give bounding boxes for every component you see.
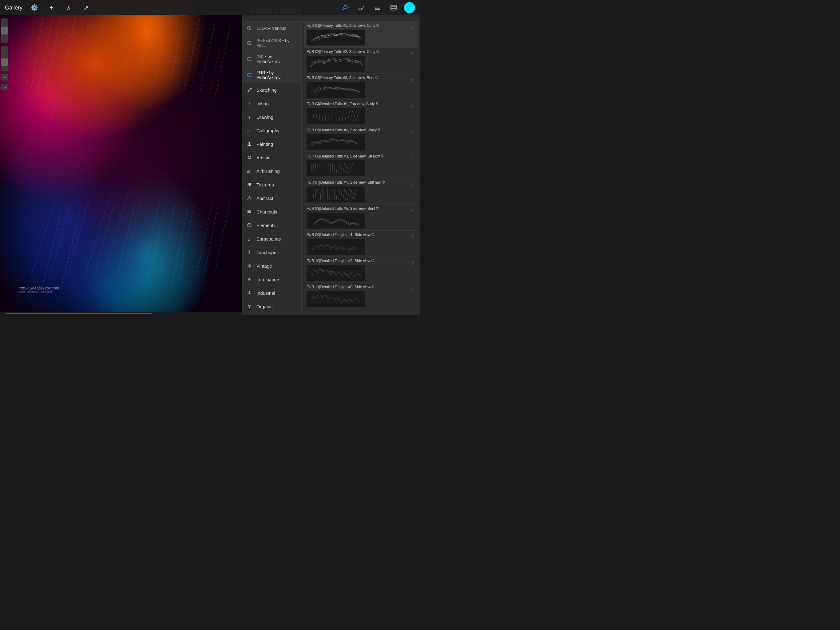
svg-point-64 — [248, 170, 249, 171]
brush-item-6[interactable]: FUR 06|Detailed Tufts #3, Side view, Str… — [304, 152, 418, 179]
category-icon-airbrushing — [246, 168, 253, 174]
category-icon-artistic — [246, 154, 253, 161]
category-airbrushing[interactable]: Airbrushing — [242, 164, 301, 178]
brush-edit-icon-7[interactable] — [409, 182, 415, 187]
brush-name-3: FUR 03|Primary Tufts #3, Side view, Bent… — [306, 76, 407, 80]
category-inking[interactable]: Inking — [242, 97, 301, 110]
svg-rect-79 — [248, 239, 250, 241]
category-calligraphy[interactable]: a Calligraphy — [242, 123, 301, 137]
canvas-area[interactable]: ↩ ↪ http://EldarZakirov.com Artist • Ill… — [0, 0, 243, 315]
category-luminance[interactable]: Luminance — [242, 272, 301, 286]
svg-line-19 — [25, 19, 34, 98]
svg-line-36 — [49, 203, 71, 280]
category-vintage[interactable]: Vintage — [242, 259, 301, 272]
category-eldar-various[interactable]: ELDAR Various — [242, 22, 301, 35]
svg-rect-145 — [306, 212, 365, 229]
svg-line-39 — [104, 191, 129, 268]
category-water[interactable]: Water — [242, 313, 301, 315]
brush-edit-icon-8[interactable] — [409, 207, 415, 213]
send-icon[interactable]: ↗ — [80, 2, 91, 13]
layers-tool-icon[interactable] — [388, 2, 399, 13]
category-icon-charcoals — [246, 208, 253, 215]
svg-line-29 — [46, 95, 58, 144]
category-spraypaints[interactable]: Spraypaints — [242, 232, 301, 245]
brush-name-10: FUR 10|Detailed Tangles #2, Side view © — [306, 259, 407, 263]
svg-point-70 — [250, 184, 251, 185]
svg-point-58 — [248, 157, 249, 157]
svg-rect-146 — [306, 239, 365, 255]
category-painting[interactable]: Painting — [242, 137, 301, 151]
category-sketching[interactable]: Sketching — [242, 83, 301, 97]
brush-item-8[interactable]: FUR 08|Detailed Tufts #5, Side view, Ben… — [304, 204, 418, 231]
category-artistic[interactable]: Artistic — [242, 151, 301, 164]
svg-line-20 — [52, 17, 68, 92]
category-icon-inking — [246, 100, 253, 107]
pen-tool-icon[interactable] — [340, 2, 351, 13]
brush-edit-icon-4[interactable] — [409, 103, 415, 109]
category-label-sketching: Sketching — [256, 87, 277, 93]
size-slider[interactable] — [1, 19, 8, 43]
category-elements[interactable]: Elements — [242, 218, 301, 232]
brush-edit-icon-2[interactable] — [409, 51, 415, 56]
brush-item-7[interactable]: FUR 07|Detailed Tufts #4, Side view, Sti… — [304, 179, 418, 204]
brush-item-9[interactable]: FUR 09|Detailed Tangles #1, Side view © — [304, 231, 418, 257]
modify-icon[interactable]: ✦ — [46, 2, 57, 13]
canvas-scrollbar[interactable] — [0, 312, 243, 315]
category-touchups[interactable]: Touchups — [242, 245, 301, 259]
brush-list: FUR 01|Primary Tufts #1, Side view, Curl… — [302, 22, 420, 315]
svg-point-65 — [248, 183, 249, 184]
category-drawing[interactable]: Drawing — [242, 110, 301, 123]
category-industrial[interactable]: Industrial — [242, 286, 301, 300]
brush-item-10[interactable]: FUR 10|Detailed Tangles #2, Side view © — [304, 257, 418, 283]
brush-edit-icon-11[interactable] — [409, 286, 415, 291]
category-abstract[interactable]: Abstract — [242, 192, 301, 205]
svg-rect-87 — [306, 108, 365, 124]
category-perfect-oils[interactable]: Perfect OILS • by Eld... — [242, 35, 301, 51]
wrench-icon[interactable]: ⚙️ — [28, 2, 39, 13]
opacity-slider[interactable] — [1, 46, 8, 71]
svg-rect-85 — [306, 56, 365, 72]
category-charcoals[interactable]: Charcoals — [242, 205, 301, 218]
brush-name-5: FUR 05|Detailed Tufts #2, Side view, Wav… — [306, 128, 407, 132]
brush-edit-icon-5[interactable] — [409, 129, 415, 135]
svg-rect-125 — [306, 187, 365, 203]
category-label-touchups: Touchups — [256, 250, 276, 255]
watermark: http://EldarZakirov.com Artist • Illustr… — [19, 286, 59, 293]
brush-library-panel: Brush Library + ELDAR Various Perfect OI… — [242, 0, 420, 315]
undo-button[interactable]: ↩ — [1, 74, 8, 81]
svg-line-13 — [138, 6, 157, 80]
smudge-tool-icon[interactable] — [356, 2, 367, 13]
brush-edit-icon-10[interactable] — [409, 260, 415, 266]
brush-name-8: FUR 08|Detailed Tufts #5, Side view, Ben… — [306, 206, 407, 211]
svg-line-6 — [37, 19, 52, 95]
brush-edit-icon-3[interactable] — [409, 77, 415, 82]
brush-edit-icon-9[interactable] — [409, 234, 415, 239]
eraser-tool-icon[interactable] — [372, 2, 383, 13]
gallery-button[interactable]: Gallery — [5, 5, 22, 11]
transform-icon[interactable]: 𝑆 — [63, 2, 74, 13]
svg-line-37 — [68, 198, 89, 275]
category-label-artistic: Artistic — [256, 155, 270, 160]
brush-edit-icon-6[interactable] — [409, 155, 415, 161]
brush-item-3[interactable]: FUR 03|Primary Tufts #3, Side view, Bent… — [304, 74, 418, 100]
svg-rect-55 — [249, 143, 250, 145]
category-ink-eldar[interactable]: INK • by EldarZakirov — [242, 51, 301, 67]
brush-item-1[interactable]: FUR 01|Primary Tufts #1, Side view, Curl… — [304, 22, 418, 47]
brush-item-4[interactable]: FUR 04|Detailed Tufts #1, Top view, Curl… — [304, 100, 418, 126]
brush-item-2[interactable]: FUR 02|Primary Tufts #2, Side view, Curl… — [304, 47, 418, 74]
category-fur-eldar[interactable]: FUR • by EldarZakirov — [242, 67, 301, 83]
svg-point-68 — [248, 184, 249, 185]
svg-rect-61 — [248, 171, 250, 173]
svg-point-0 — [359, 8, 362, 10]
category-organic[interactable]: Organic — [242, 300, 301, 313]
svg-line-34 — [40, 104, 55, 151]
avatar[interactable] — [404, 2, 415, 13]
category-textures[interactable]: Textures — [242, 178, 301, 192]
svg-point-73 — [250, 185, 251, 187]
svg-line-33 — [25, 101, 43, 148]
brush-item-11[interactable]: FUR 11|Detailed Tangles #3, Side view © — [304, 283, 418, 309]
brush-item-5[interactable]: FUR 05|Detailed Tufts #2, Side view, Wav… — [304, 126, 418, 152]
redo-button[interactable]: ↪ — [1, 84, 8, 90]
brush-edit-icon-1[interactable] — [409, 25, 415, 30]
category-icon-eldar-various — [246, 25, 253, 32]
